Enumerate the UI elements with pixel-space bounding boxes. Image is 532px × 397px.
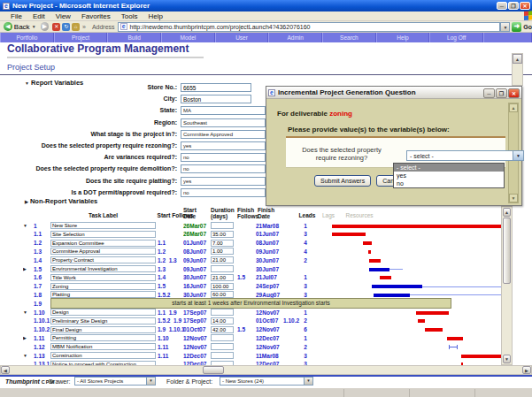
menu-tools[interactable]: Tools <box>116 12 143 20</box>
refresh-icon[interactable]: ↻ <box>62 23 70 31</box>
grid-vertical-scrollbar[interactable]: ▲ ▼ <box>501 206 513 365</box>
does-the-selected-property-require-demolition-select[interactable]: no▼ <box>181 164 274 173</box>
task-label-input[interactable] <box>50 334 156 341</box>
city-input[interactable] <box>181 95 251 103</box>
task-label-input[interactable] <box>50 240 156 247</box>
nav-item-help[interactable]: Help <box>376 33 430 42</box>
scroll-left-icon[interactable]: ◀ <box>1 366 10 374</box>
task-number[interactable]: 1.13 <box>34 353 51 359</box>
task-label-input[interactable] <box>50 274 156 281</box>
close-button[interactable]: ✕ <box>520 2 530 10</box>
task-label-input[interactable] <box>50 352 156 359</box>
scroll-down-icon[interactable]: ▼ <box>503 355 511 363</box>
back-label[interactable]: Back <box>14 23 30 31</box>
answer-option[interactable]: no <box>394 179 504 187</box>
task-number[interactable]: 1.10.2 <box>34 326 51 332</box>
home-icon[interactable]: ⌂ <box>72 23 80 31</box>
nav-item-project[interactable]: Project <box>54 33 108 42</box>
task-label-input[interactable] <box>50 231 156 238</box>
task-number[interactable]: 1 <box>34 223 51 229</box>
restore-button[interactable]: ❐ <box>508 2 519 10</box>
duration-input[interactable] <box>211 309 234 316</box>
start-follows[interactable]: 1.5.2 <box>158 292 184 298</box>
duration-input[interactable] <box>211 222 234 229</box>
task-number[interactable]: 1.2 <box>34 240 51 246</box>
menu-favorites[interactable]: Favorites <box>76 12 116 20</box>
back-dropdown-icon[interactable]: ▼ <box>32 24 36 29</box>
back-icon[interactable]: ◀ <box>4 22 12 31</box>
nav-item-portfolio[interactable]: Portfolio <box>0 33 54 42</box>
folder-project-select[interactable]: - New Stores (24)▼ <box>220 377 313 386</box>
duration-input[interactable] <box>211 352 234 359</box>
address-input[interactable]: e http://newdemo.thumbprintcpm.com/proje… <box>118 22 501 32</box>
duration-input[interactable] <box>211 256 234 263</box>
nav-item-build[interactable]: Build <box>107 33 161 42</box>
task-number[interactable]: 1.10 <box>34 309 51 316</box>
duration-input[interactable] <box>211 231 234 238</box>
task-number[interactable]: 1.8 <box>34 292 51 298</box>
minimize-button[interactable]: ─ <box>497 2 507 10</box>
scroll-up-icon[interactable]: ▲ <box>513 54 522 64</box>
duration-input[interactable] <box>211 317 234 324</box>
task-label-input[interactable] <box>50 326 156 333</box>
finish-follows[interactable]: 1.5 <box>237 326 255 332</box>
task-label-input[interactable] <box>50 222 156 229</box>
forward-icon[interactable]: ▶ <box>41 22 50 31</box>
start-follows[interactable]: 1.3 <box>158 266 184 272</box>
task-label-input[interactable] <box>50 256 156 263</box>
start-follows[interactable]: 1.4 <box>158 274 184 280</box>
duration-input[interactable] <box>211 265 234 272</box>
task-number[interactable]: 1.12 <box>34 344 51 350</box>
start-follows[interactable]: 1.5.2 1.9 <box>158 317 184 324</box>
stop-icon[interactable]: ✕ <box>52 23 60 31</box>
nav-item-model[interactable]: Model <box>161 33 215 42</box>
nonreport-variables-header[interactable]: ▶ Non-Report Variables <box>25 197 97 205</box>
are-variances-required-select[interactable]: no▼ <box>181 153 274 162</box>
start-follows[interactable]: 1.11 <box>158 353 184 359</box>
store-no-input[interactable] <box>181 83 251 92</box>
duration-input[interactable] <box>211 283 234 290</box>
region-select[interactable]: Southeast▼ <box>181 118 274 127</box>
nav-item-admin[interactable]: Admin <box>268 33 322 42</box>
collapse-triangle-icon[interactable]: ▼ <box>23 353 30 358</box>
scroll-thumb[interactable] <box>203 366 224 374</box>
finish-ref[interactable]: 1.10.2 <box>283 317 305 324</box>
dialog-restore-button[interactable]: ❐ <box>496 88 507 98</box>
collapse-triangle-icon[interactable]: ▼ <box>23 223 30 228</box>
menu-edit[interactable]: Edit <box>27 12 50 20</box>
duration-input[interactable] <box>211 274 234 281</box>
dialog-minimize-button[interactable]: ─ <box>483 88 495 98</box>
duration-input[interactable] <box>211 248 234 255</box>
duration-input[interactable] <box>211 334 234 341</box>
horizontal-scrollbar[interactable]: ◀ ▶ <box>0 365 532 375</box>
collapse-triangle-icon[interactable]: ▼ <box>23 309 30 315</box>
start-follows[interactable]: 1.1 1.9 <box>158 309 184 316</box>
scroll-down-icon[interactable]: ▼ <box>509 194 518 202</box>
task-label-input[interactable] <box>50 283 156 290</box>
expand-triangle-icon[interactable]: ▶ <box>23 266 30 271</box>
nav-item-log-off[interactable]: Log Off <box>429 33 483 42</box>
scroll-right-icon[interactable]: ▶ <box>522 366 531 374</box>
nav-item-user[interactable]: User <box>215 33 269 42</box>
task-number[interactable]: 1.5 <box>34 266 51 272</box>
does-the-site-require-platting-select[interactable]: yes▼ <box>181 177 274 186</box>
menu-help[interactable]: Help <box>143 12 167 20</box>
start-follows[interactable]: 1.5 <box>158 283 184 289</box>
address-dropdown-icon[interactable]: ▼ <box>500 22 510 32</box>
finish-follows[interactable]: 1.5 <box>237 274 255 280</box>
task-number[interactable]: 1.3 <box>34 248 51 255</box>
submit-answers-button[interactable]: Submit Answers <box>314 175 371 187</box>
state-select[interactable]: MA▼ <box>181 106 274 115</box>
menu-view[interactable]: View <box>50 12 76 20</box>
task-number[interactable]: 1.10.1 <box>34 317 51 324</box>
start-follows[interactable]: 1.10 <box>158 335 184 341</box>
is-a-dot-permit/approval-required-select[interactable]: no▼ <box>181 188 274 197</box>
start-follows[interactable]: 1.9 1.10.1 <box>158 326 184 332</box>
answer-option[interactable]: yes <box>394 172 504 179</box>
start-follows[interactable]: 1.2 1.3 <box>158 257 184 263</box>
task-number[interactable]: 1.6 <box>34 274 51 280</box>
does-the-selected-property-require-rezoning-select[interactable]: yes▼ <box>181 141 274 150</box>
dialog-titlebar[interactable]: e Incremental Project Generation Questio… <box>266 87 521 99</box>
duration-input[interactable] <box>211 343 234 350</box>
expand-triangle-icon[interactable]: ▶ <box>23 335 30 340</box>
